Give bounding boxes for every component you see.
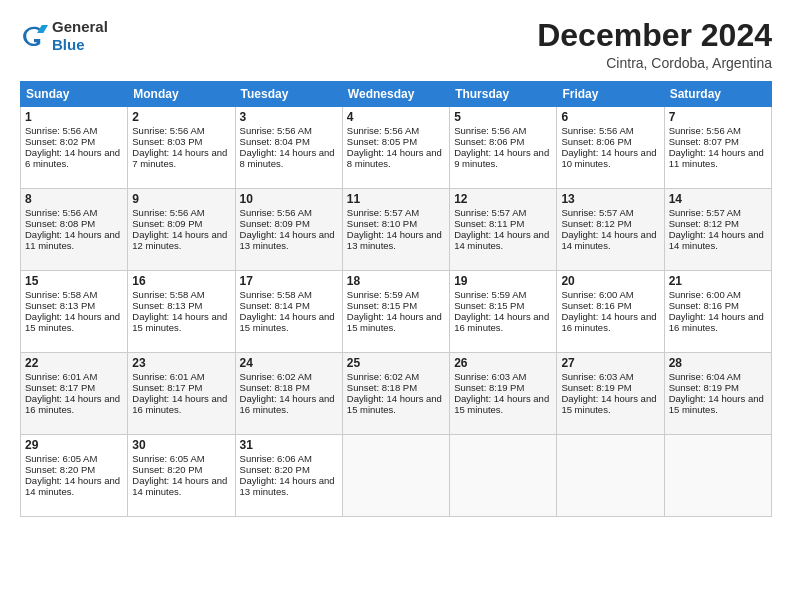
day-number: 5 <box>454 110 552 124</box>
day-cell: 8Sunrise: 5:56 AMSunset: 8:08 PMDaylight… <box>21 189 128 271</box>
day-number: 15 <box>25 274 123 288</box>
sunrise-text: Sunrise: 5:56 AM <box>454 125 526 136</box>
day-cell: 6Sunrise: 5:56 AMSunset: 8:06 PMDaylight… <box>557 107 664 189</box>
day-number: 4 <box>347 110 445 124</box>
daylight-text: Daylight: 14 hours and 16 minutes. <box>669 311 764 333</box>
day-number: 2 <box>132 110 230 124</box>
col-friday: Friday <box>557 82 664 107</box>
day-number: 23 <box>132 356 230 370</box>
day-cell: 19Sunrise: 5:59 AMSunset: 8:15 PMDayligh… <box>450 271 557 353</box>
sunset-text: Sunset: 8:09 PM <box>132 218 202 229</box>
sunset-text: Sunset: 8:12 PM <box>561 218 631 229</box>
sunset-text: Sunset: 8:19 PM <box>561 382 631 393</box>
day-number: 19 <box>454 274 552 288</box>
day-number: 29 <box>25 438 123 452</box>
sunset-text: Sunset: 8:09 PM <box>240 218 310 229</box>
daylight-text: Daylight: 14 hours and 6 minutes. <box>25 147 120 169</box>
day-cell: 29Sunrise: 6:05 AMSunset: 8:20 PMDayligh… <box>21 435 128 517</box>
day-number: 18 <box>347 274 445 288</box>
sunrise-text: Sunrise: 5:56 AM <box>132 125 204 136</box>
day-cell: 30Sunrise: 6:05 AMSunset: 8:20 PMDayligh… <box>128 435 235 517</box>
day-number: 3 <box>240 110 338 124</box>
sunset-text: Sunset: 8:17 PM <box>25 382 95 393</box>
day-cell: 12Sunrise: 5:57 AMSunset: 8:11 PMDayligh… <box>450 189 557 271</box>
daylight-text: Daylight: 14 hours and 15 minutes. <box>454 393 549 415</box>
day-number: 13 <box>561 192 659 206</box>
day-cell: 15Sunrise: 5:58 AMSunset: 8:13 PMDayligh… <box>21 271 128 353</box>
sunset-text: Sunset: 8:20 PM <box>25 464 95 475</box>
sunrise-text: Sunrise: 5:57 AM <box>454 207 526 218</box>
day-number: 24 <box>240 356 338 370</box>
logo: General Blue <box>20 18 108 54</box>
daylight-text: Daylight: 14 hours and 16 minutes. <box>132 393 227 415</box>
daylight-text: Daylight: 14 hours and 8 minutes. <box>240 147 335 169</box>
daylight-text: Daylight: 14 hours and 15 minutes. <box>669 393 764 415</box>
day-cell: 10Sunrise: 5:56 AMSunset: 8:09 PMDayligh… <box>235 189 342 271</box>
sunrise-text: Sunrise: 5:56 AM <box>669 125 741 136</box>
day-cell <box>664 435 771 517</box>
sunset-text: Sunset: 8:13 PM <box>132 300 202 311</box>
day-number: 6 <box>561 110 659 124</box>
col-monday: Monday <box>128 82 235 107</box>
day-cell: 25Sunrise: 6:02 AMSunset: 8:18 PMDayligh… <box>342 353 449 435</box>
day-number: 31 <box>240 438 338 452</box>
sunrise-text: Sunrise: 5:57 AM <box>669 207 741 218</box>
day-cell: 2Sunrise: 5:56 AMSunset: 8:03 PMDaylight… <box>128 107 235 189</box>
sunset-text: Sunset: 8:17 PM <box>132 382 202 393</box>
sunrise-text: Sunrise: 5:58 AM <box>240 289 312 300</box>
daylight-text: Daylight: 14 hours and 15 minutes. <box>240 311 335 333</box>
day-cell: 26Sunrise: 6:03 AMSunset: 8:19 PMDayligh… <box>450 353 557 435</box>
sunset-text: Sunset: 8:04 PM <box>240 136 310 147</box>
sunset-text: Sunset: 8:13 PM <box>25 300 95 311</box>
sunrise-text: Sunrise: 5:56 AM <box>25 125 97 136</box>
week-row-1: 8Sunrise: 5:56 AMSunset: 8:08 PMDaylight… <box>21 189 772 271</box>
header: General Blue December 2024 Cintra, Cordo… <box>20 18 772 71</box>
daylight-text: Daylight: 14 hours and 7 minutes. <box>132 147 227 169</box>
logo-icon <box>20 22 48 50</box>
daylight-text: Daylight: 14 hours and 13 minutes. <box>240 475 335 497</box>
daylight-text: Daylight: 14 hours and 14 minutes. <box>454 229 549 251</box>
day-number: 14 <box>669 192 767 206</box>
sunset-text: Sunset: 8:14 PM <box>240 300 310 311</box>
daylight-text: Daylight: 14 hours and 15 minutes. <box>25 311 120 333</box>
sunset-text: Sunset: 8:18 PM <box>347 382 417 393</box>
sunset-text: Sunset: 8:11 PM <box>454 218 524 229</box>
sunset-text: Sunset: 8:02 PM <box>25 136 95 147</box>
daylight-text: Daylight: 14 hours and 14 minutes. <box>132 475 227 497</box>
day-number: 22 <box>25 356 123 370</box>
day-cell <box>342 435 449 517</box>
day-number: 16 <box>132 274 230 288</box>
week-row-3: 22Sunrise: 6:01 AMSunset: 8:17 PMDayligh… <box>21 353 772 435</box>
day-number: 28 <box>669 356 767 370</box>
day-number: 27 <box>561 356 659 370</box>
location-subtitle: Cintra, Cordoba, Argentina <box>537 55 772 71</box>
day-cell: 7Sunrise: 5:56 AMSunset: 8:07 PMDaylight… <box>664 107 771 189</box>
sunrise-text: Sunrise: 6:01 AM <box>132 371 204 382</box>
day-cell: 11Sunrise: 5:57 AMSunset: 8:10 PMDayligh… <box>342 189 449 271</box>
sunrise-text: Sunrise: 5:56 AM <box>347 125 419 136</box>
day-number: 1 <box>25 110 123 124</box>
day-cell: 31Sunrise: 6:06 AMSunset: 8:20 PMDayligh… <box>235 435 342 517</box>
day-cell <box>450 435 557 517</box>
month-title: December 2024 <box>537 18 772 53</box>
daylight-text: Daylight: 14 hours and 13 minutes. <box>347 229 442 251</box>
day-number: 11 <box>347 192 445 206</box>
sunset-text: Sunset: 8:06 PM <box>454 136 524 147</box>
sunrise-text: Sunrise: 6:00 AM <box>669 289 741 300</box>
daylight-text: Daylight: 14 hours and 14 minutes. <box>669 229 764 251</box>
sunset-text: Sunset: 8:12 PM <box>669 218 739 229</box>
sunrise-text: Sunrise: 5:56 AM <box>240 207 312 218</box>
sunset-text: Sunset: 8:18 PM <box>240 382 310 393</box>
sunrise-text: Sunrise: 5:59 AM <box>347 289 419 300</box>
daylight-text: Daylight: 14 hours and 10 minutes. <box>561 147 656 169</box>
col-thursday: Thursday <box>450 82 557 107</box>
day-number: 7 <box>669 110 767 124</box>
col-tuesday: Tuesday <box>235 82 342 107</box>
sunrise-text: Sunrise: 6:05 AM <box>25 453 97 464</box>
sunset-text: Sunset: 8:06 PM <box>561 136 631 147</box>
sunrise-text: Sunrise: 5:58 AM <box>25 289 97 300</box>
day-cell: 9Sunrise: 5:56 AMSunset: 8:09 PMDaylight… <box>128 189 235 271</box>
day-cell: 16Sunrise: 5:58 AMSunset: 8:13 PMDayligh… <box>128 271 235 353</box>
daylight-text: Daylight: 14 hours and 9 minutes. <box>454 147 549 169</box>
sunrise-text: Sunrise: 6:03 AM <box>454 371 526 382</box>
